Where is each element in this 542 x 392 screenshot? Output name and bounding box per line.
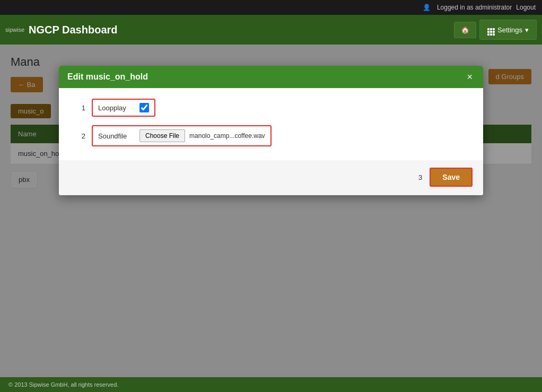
- grid-icon: [487, 24, 495, 36]
- home-button[interactable]: 🏠: [454, 22, 476, 38]
- header-buttons: 🏠 Settings ▾: [454, 20, 537, 40]
- loopplay-checkbox[interactable]: [139, 103, 149, 112]
- soundfile-field-box: Soundfile Choose File manolo_camp...coff…: [92, 125, 272, 146]
- modal-footer: 3 Save: [59, 160, 483, 195]
- main-area: Mana ← Ba d Groups music_o Name music_on…: [0, 45, 542, 377]
- save-row-number: 3: [418, 173, 422, 181]
- loopplay-label: Loopplay: [98, 104, 135, 112]
- settings-caret: ▾: [525, 26, 529, 34]
- user-icon: 👤: [423, 4, 431, 11]
- logged-in-text: Logged in as administrator: [437, 4, 512, 11]
- copyright-text: © 2013 Sipwise GmbH, all rights reserved…: [8, 381, 118, 388]
- settings-label: Settings: [497, 26, 522, 34]
- header-logo: sipwise NGCP Dashboard: [5, 24, 118, 36]
- header-nav: sipwise NGCP Dashboard 🏠 Settings ▾: [0, 15, 542, 45]
- soundfile-row: 2 Soundfile Choose File manolo_camp...co…: [75, 125, 467, 146]
- modal-header: Edit music_on_hold ×: [59, 66, 483, 88]
- soundfile-label: Soundfile: [98, 132, 135, 140]
- choose-file-button[interactable]: Choose File: [139, 129, 185, 142]
- app-title: NGCP Dashboard: [29, 24, 117, 36]
- row-1-number: 1: [75, 104, 85, 112]
- footer: © 2013 Sipwise GmbH, all rights reserved…: [0, 377, 542, 392]
- logout-link[interactable]: Logout: [516, 4, 536, 11]
- modal-dialog: Edit music_on_hold × 1 Loopplay 2: [59, 66, 483, 195]
- file-name-display: manolo_camp...coffee.wav: [189, 132, 265, 140]
- home-icon: 🏠: [461, 26, 469, 34]
- top-bar: 👤 Logged in as administrator Logout: [0, 0, 542, 15]
- modal-title: Edit music_on_hold: [67, 72, 148, 82]
- modal-body: 1 Loopplay 2 Soundfile Choose File manol…: [59, 88, 483, 160]
- settings-button[interactable]: Settings ▾: [479, 20, 537, 40]
- modal-overlay: Edit music_on_hold × 1 Loopplay 2: [0, 45, 542, 377]
- save-button[interactable]: Save: [430, 168, 473, 187]
- brand-name: sipwise: [5, 27, 24, 33]
- loopplay-field-box: Loopplay: [92, 99, 155, 117]
- modal-close-button[interactable]: ×: [465, 72, 475, 82]
- row-2-number: 2: [75, 132, 85, 140]
- loopplay-row: 1 Loopplay: [75, 99, 467, 117]
